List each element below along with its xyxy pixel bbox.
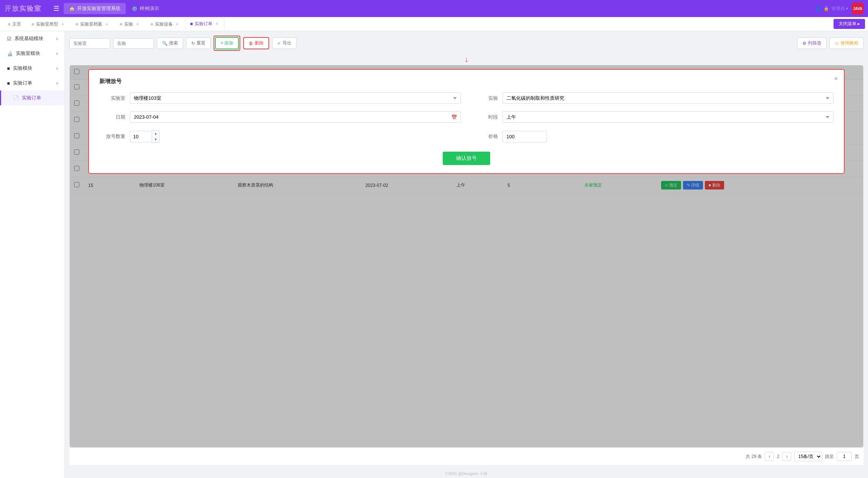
lab-search-input[interactable] <box>69 38 110 49</box>
sidebar-item-order[interactable]: 📄 实验订单 <box>0 90 65 105</box>
tab-lab-type[interactable]: 实验室类型 × <box>27 19 70 30</box>
chevron-right-icon2: ∨ <box>56 66 59 71</box>
tab-lab-equipment[interactable]: 实验设备 × <box>146 19 185 30</box>
app-logo: 开放实验室 <box>4 4 49 13</box>
row-checkbox[interactable] <box>74 117 79 122</box>
modal-close-button[interactable]: × <box>834 75 838 83</box>
tab-experiment-label: 实验 <box>124 21 133 27</box>
chevron-down-icon: ∨ <box>56 36 59 41</box>
tab-lab-archive[interactable]: 实验室档案 × <box>71 19 114 30</box>
toolbar-right: ⚙ 列筛选 ☺ 使用教程 <box>797 37 864 49</box>
clipboard-icon: ■ <box>7 66 10 71</box>
sidebar-lab-module-label: 实验室模块 <box>16 50 40 57</box>
tab-close-equipment[interactable]: × <box>175 22 180 27</box>
sidebar-item-order-group[interactable]: ■ 实验订单 ∧ <box>0 76 65 90</box>
calendar-icon: 📅 <box>451 114 457 120</box>
tab-close-lab-type[interactable]: × <box>60 22 65 27</box>
chevron-down-icon2: ∧ <box>56 81 59 86</box>
columns-icon: ⚙ <box>802 41 806 46</box>
quantity-input[interactable] <box>130 131 152 142</box>
top-nav-tabs: 🏠 开放实验室管理系统 ⚙️ 样例演示 <box>64 3 811 14</box>
cell-lab: 物理楼106室 <box>135 177 233 194</box>
tab-lab-order[interactable]: 实验订单 × <box>185 18 224 30</box>
tab-close-lab-archive[interactable]: × <box>104 22 109 27</box>
tutorial-button[interactable]: ☺ 使用教程 <box>829 37 864 49</box>
form-row-quantity: 放号数量 ▲ ▼ <box>99 130 461 143</box>
lab-select[interactable]: 物理楼103室 <box>130 92 461 104</box>
reset-icon: ↻ <box>191 41 195 46</box>
next-page-button[interactable]: › <box>782 452 791 461</box>
sidebar-item-experiment-module[interactable]: ■ 实验模块 ∨ <box>0 61 65 76</box>
cell-period: 上午 <box>452 177 503 194</box>
nav-tab-system[interactable]: 🏠 开放实验室管理系统 <box>64 3 126 14</box>
export-label: 导出 <box>283 40 291 46</box>
experiment-select[interactable]: 二氧化碳的制取和性质研究 <box>502 92 834 104</box>
add-label: + 添加 <box>221 40 233 46</box>
period-label: 时段 <box>472 114 498 121</box>
menu-toggle-icon[interactable]: ☰ <box>53 4 59 13</box>
tab-dot-order <box>190 23 193 25</box>
content-wrapper: 🔍 搜索 ↻ 重置 + 添加 🗑 删除 ✓ <box>65 31 868 478</box>
total-count: 共 29 条 <box>746 454 762 460</box>
tab-dot-labtype <box>32 23 34 26</box>
row-checkbox[interactable] <box>74 166 79 171</box>
per-page-select[interactable]: 15条/页 <box>794 452 822 461</box>
quantity-down-button[interactable]: ▼ <box>152 136 159 142</box>
nav-tab-demo-label: 样例演示 <box>140 5 159 12</box>
modal-title: 新增放号 <box>99 78 834 85</box>
sidebar-order-group-label: 实验订单 <box>13 80 32 86</box>
add-button[interactable]: + 添加 <box>215 37 239 49</box>
experiment-search-input[interactable] <box>113 38 154 49</box>
date-wrap: 📅 <box>130 111 461 123</box>
columns-button[interactable]: ⚙ 列筛选 <box>797 37 826 49</box>
quantity-up-button[interactable]: ▲ <box>152 131 159 136</box>
quantity-stepper: ▲ ▼ <box>130 130 160 143</box>
date-input[interactable] <box>130 111 461 123</box>
prev-page-button[interactable]: ‹ <box>765 452 774 461</box>
search-button[interactable]: 🔍 搜索 <box>157 37 183 49</box>
tab-close-experiment[interactable]: × <box>135 22 140 27</box>
reset-label: 重置 <box>197 40 205 46</box>
sidebar: ☑ 系统基础模块 ∨ 🔬 实验室模块 ∨ ■ 实验模块 ∨ ■ 实验订单 ∧ <box>0 31 65 478</box>
columns-label: 列筛选 <box>808 40 821 46</box>
tab-experiment[interactable]: 实验 × <box>115 19 145 30</box>
user-area[interactable]: 👤 🔒 管理员 ▾ <box>816 6 848 12</box>
period-select[interactable]: 上午 下午 全天 <box>502 111 834 123</box>
detail-button[interactable]: ✎ 详情 <box>683 181 703 189</box>
tutorial-icon: ☺ <box>835 41 839 46</box>
tab-home[interactable]: 主页 <box>3 19 26 30</box>
row-checkbox[interactable] <box>74 100 79 106</box>
goto-page-input[interactable] <box>837 452 852 461</box>
reset-button[interactable]: ↻ 重置 <box>186 37 211 49</box>
price-input[interactable] <box>502 131 547 142</box>
watermark: CSDN @Designer 小孙 <box>65 469 868 478</box>
export-button[interactable]: ✓ 导出 <box>272 37 297 49</box>
row-checkbox[interactable] <box>74 133 79 138</box>
cell-status: 未被预定 <box>580 177 657 194</box>
prebook-button[interactable]: ⊙ 预定 <box>661 181 681 189</box>
delete-button[interactable]: 🗑 删除 <box>243 37 269 49</box>
row-checkbox[interactable] <box>74 84 79 89</box>
modal: 新增放号 × 实验室 物理楼103室 实验 <box>88 69 845 174</box>
sidebar-item-lab-module[interactable]: 🔬 实验室模块 ∨ <box>0 46 65 61</box>
row-checkbox[interactable] <box>74 182 79 187</box>
modal-footer: 确认放号 <box>99 152 834 165</box>
goto-label: 跳至 <box>825 454 834 460</box>
tab-lab-order-label: 实验订单 <box>195 21 212 27</box>
number-buttons: ▲ ▼ <box>152 130 160 143</box>
sidebar-item-system[interactable]: ☑ 系统基础模块 ∨ <box>0 31 65 46</box>
arrow-indicator: ↓ <box>69 55 864 63</box>
close-menu-button[interactable]: 关闭菜单 ▸ <box>834 19 865 29</box>
avatar: JAVA <box>852 3 864 14</box>
tab-dot-equipment <box>151 23 153 26</box>
select-all-checkbox[interactable] <box>74 69 79 74</box>
modal-form: 实验室 物理楼103室 实验 二氧化碳的制取和性质研究 <box>99 92 834 143</box>
row-delete-button[interactable]: ■ 删除 <box>705 181 724 189</box>
order-icon: 📄 <box>13 95 19 101</box>
tab-close-order[interactable]: × <box>214 22 220 27</box>
date-label: 日期 <box>99 114 125 121</box>
row-checkbox[interactable] <box>74 149 79 155</box>
cell-remaining: 5 <box>503 177 580 194</box>
nav-tab-demo[interactable]: ⚙️ 样例演示 <box>126 3 164 14</box>
confirm-button[interactable]: 确认放号 <box>443 152 490 165</box>
